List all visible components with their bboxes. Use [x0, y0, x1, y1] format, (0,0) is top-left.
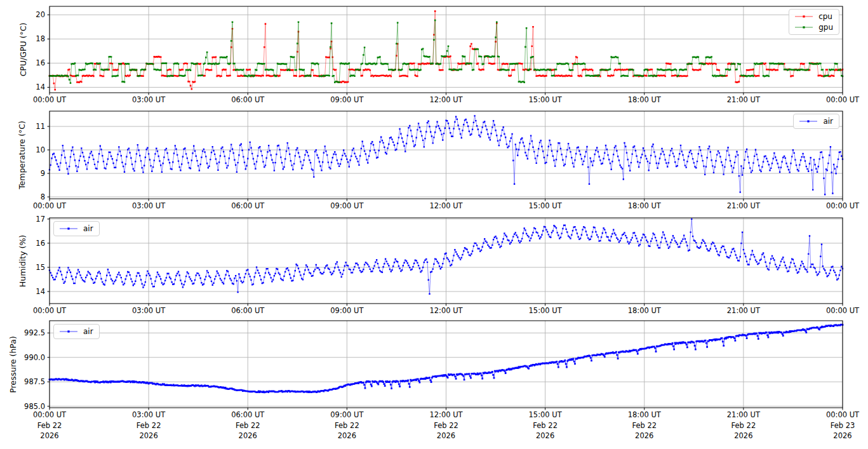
y-tick-label: 16 — [36, 58, 45, 67]
legend-line-swatch-icon — [58, 328, 79, 335]
x-tick-label: 06:00 UT — [231, 410, 264, 419]
x-tick-label: 21:00 UT — [727, 306, 760, 315]
x-tick-year: 2026 — [338, 431, 356, 440]
x-tick-label: 12:00 UT — [429, 306, 462, 315]
legend-line-swatch-icon — [794, 13, 814, 20]
x-tick-year: 2026 — [734, 431, 752, 440]
x-tick-label: 00:00 UT — [826, 306, 859, 315]
x-tick-year: 2026 — [437, 431, 455, 440]
x-tick-label: 15:00 UT — [529, 95, 562, 104]
x-tick-year: 2026 — [536, 431, 554, 440]
y-tick-label: 992.5 — [24, 328, 45, 337]
x-tick-label: 09:00 UT — [330, 201, 363, 210]
legend-entry-air: air — [58, 327, 93, 336]
y-tick-label: 985.0 — [24, 402, 45, 411]
x-tick-label: 21:00 UT — [727, 95, 760, 104]
figure: CPU/GPU (°C) Temperature (°C) Humidity (… — [0, 0, 868, 449]
y-tick-label: 987.5 — [24, 377, 45, 386]
y-tick-label: 990.0 — [24, 353, 45, 362]
y-tick-label: 8 — [41, 192, 45, 201]
y-tick-label: 17 — [36, 215, 45, 224]
y-axis-label-temperature: Temperature (°C) — [17, 121, 27, 189]
y-tick-label: 18 — [36, 34, 45, 43]
y-tick-label: 14 — [36, 83, 45, 91]
y-tick-label: 16 — [36, 239, 45, 248]
legend-temperature: air — [793, 114, 839, 129]
x-tick-label: 06:00 UT — [231, 95, 264, 104]
x-tick-label: 03:00 UT — [132, 201, 165, 210]
x-tick-label: 15:00 UT — [529, 410, 562, 419]
x-tick-year: 2026 — [239, 431, 257, 440]
x-tick-label: 18:00 UT — [628, 95, 661, 104]
x-tick-label: 00:00 UT — [826, 201, 859, 210]
x-tick-label: 00:00 UT — [33, 410, 66, 419]
legend-label: air — [823, 117, 833, 126]
x-tick-label: 09:00 UT — [330, 306, 363, 315]
x-tick-label: 00:00 UT — [33, 95, 66, 104]
y-tick-label: 14 — [36, 287, 45, 296]
x-tick-label: 00:00 UT — [826, 95, 859, 104]
x-tick-date: Feb 22 — [434, 421, 458, 430]
legend-pressure: air — [53, 324, 100, 339]
y-axis-label-cpu-gpu: CPU/GPU (°C) — [18, 23, 28, 77]
x-tick-label: 21:00 UT — [727, 201, 760, 210]
x-tick-label: 15:00 UT — [529, 201, 562, 210]
x-tick-date: Feb 22 — [335, 421, 359, 430]
y-tick-label: 15 — [36, 263, 45, 272]
legend-label: cpu — [818, 12, 832, 21]
y-axis-label-pressure: Pressure (hPa) — [8, 336, 18, 393]
x-tick-date: Feb 22 — [236, 421, 260, 430]
legend-humidity: air — [53, 221, 100, 236]
legend-line-swatch-icon — [794, 23, 814, 31]
y-tick-label: 9 — [41, 169, 45, 178]
x-tick-label: 18:00 UT — [628, 306, 661, 315]
x-tick-label: 03:00 UT — [132, 306, 165, 315]
y-tick-label: 10 — [36, 145, 45, 154]
x-tick-year: 2026 — [635, 431, 653, 440]
legend-line-swatch-icon — [58, 225, 79, 232]
x-tick-year: 2026 — [833, 431, 851, 440]
y-tick-label: 11 — [36, 122, 45, 131]
legend-label: air — [83, 327, 93, 336]
legend-entry-air: air — [58, 224, 93, 233]
x-tick-label: 09:00 UT — [330, 410, 363, 419]
x-tick-date: Feb 22 — [37, 421, 62, 430]
x-tick-label: 06:00 UT — [231, 201, 264, 210]
x-tick-date: Feb 22 — [137, 421, 161, 430]
x-tick-label: 12:00 UT — [429, 201, 462, 210]
legend-entry-cpu: cpu — [794, 12, 833, 21]
legend-label: air — [83, 224, 93, 233]
legend-entry-air: air — [798, 117, 833, 126]
plot-canvas — [0, 0, 868, 449]
x-tick-label: 18:00 UT — [628, 410, 661, 419]
x-tick-date: Feb 22 — [731, 421, 756, 430]
x-tick-label: 09:00 UT — [330, 95, 363, 104]
x-tick-label: 06:00 UT — [231, 306, 264, 315]
x-tick-label: 00:00 UT — [33, 306, 66, 315]
x-tick-label: 18:00 UT — [628, 201, 661, 210]
legend-label: gpu — [818, 23, 833, 32]
x-tick-label: 00:00 UT — [826, 410, 859, 419]
x-tick-date: Feb 22 — [533, 421, 558, 430]
legend-entry-gpu: gpu — [794, 23, 833, 32]
y-axis-label-humidity: Humidity (%) — [18, 234, 27, 286]
legend-line-swatch-icon — [798, 117, 818, 125]
x-tick-label: 15:00 UT — [529, 306, 562, 315]
x-tick-label: 03:00 UT — [132, 410, 165, 419]
x-tick-date: Feb 23 — [831, 421, 855, 430]
x-tick-label: 03:00 UT — [132, 95, 165, 104]
x-tick-label: 12:00 UT — [429, 410, 462, 419]
x-tick-year: 2026 — [139, 431, 157, 440]
x-tick-date: Feb 22 — [632, 421, 657, 430]
legend-cpu-gpu: cpugpu — [789, 9, 839, 35]
x-tick-label: 21:00 UT — [727, 410, 760, 419]
x-tick-year: 2026 — [40, 431, 58, 440]
x-tick-label: 12:00 UT — [429, 95, 462, 104]
y-tick-label: 20 — [36, 10, 45, 19]
x-tick-label: 00:00 UT — [33, 201, 66, 210]
